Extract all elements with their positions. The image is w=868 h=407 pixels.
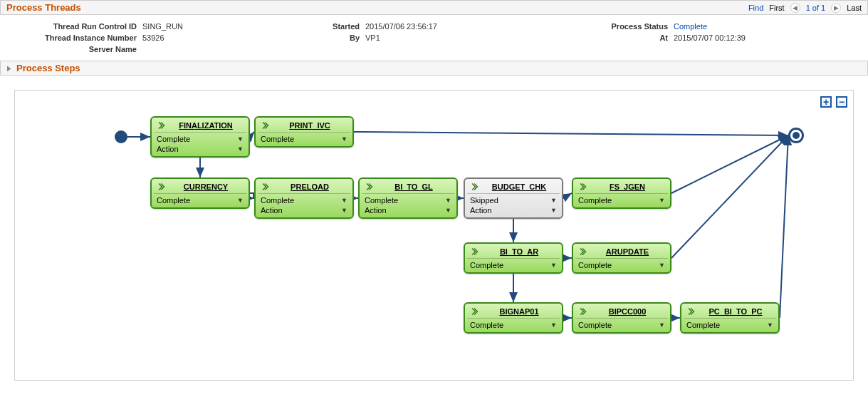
action-text: Action [470, 206, 492, 215]
steps-section-header: ▶ Process Steps [0, 61, 868, 76]
end-node [788, 128, 804, 143]
collapse-toggle-icon[interactable]: ▶ [7, 64, 11, 72]
process-node-bi_to_ar[interactable]: BI_TO_ARComplete▼ [464, 242, 563, 274]
status-caret-icon[interactable]: ▼ [445, 197, 451, 204]
steps-title: Process Steps [16, 63, 80, 73]
action-text: Action [261, 206, 283, 215]
process-node-arupdate[interactable]: ARUPDATEComplete▼ [572, 242, 671, 274]
process-icon [470, 307, 479, 316]
process-title[interactable]: ARUPDATE [590, 247, 665, 256]
process-node-currency[interactable]: CURRENCYComplete▼ [150, 177, 250, 209]
zoom-controls: + − [820, 96, 847, 108]
next-arrow-icon[interactable]: ▶ [831, 3, 841, 13]
status-caret-icon[interactable]: ▼ [341, 197, 347, 204]
thread-details: Thread Run Control ID SING_RUN Thread In… [0, 15, 868, 61]
process-node-budget_chk[interactable]: BUDGET_CHKSkipped▼Action▼ [464, 177, 563, 219]
action-caret-icon[interactable]: ▼ [341, 207, 347, 214]
process-icon [578, 307, 587, 316]
process-title[interactable]: BIPCC000 [590, 307, 665, 316]
process-title[interactable]: PRELOAD [272, 182, 347, 191]
process-title[interactable]: FINALIZATION [168, 121, 244, 130]
process-icon [261, 121, 269, 130]
svg-line-11 [354, 132, 788, 135]
process-status-value[interactable]: Complete [674, 22, 707, 31]
started-label: Started [294, 22, 365, 31]
status-caret-icon[interactable]: ▼ [659, 197, 665, 204]
action-caret-icon[interactable]: ▼ [445, 207, 451, 214]
process-icon [686, 307, 695, 316]
run-control-id-label: Thread Run Control ID [14, 22, 142, 31]
status-caret-icon[interactable]: ▼ [767, 321, 773, 329]
process-node-fs_jgen[interactable]: FS_JGENComplete▼ [572, 177, 671, 209]
status-caret-icon[interactable]: ▼ [341, 135, 347, 143]
process-node-print_ivc[interactable]: PRINT_IVCComplete▼ [254, 116, 354, 148]
server-name-label: Server Name [14, 45, 142, 53]
instance-number-value: 53926 [142, 34, 164, 42]
process-icon [470, 247, 479, 256]
zoom-out-button[interactable]: − [836, 96, 847, 108]
prev-arrow-icon[interactable]: ◀ [790, 3, 800, 13]
process-node-bignap01[interactable]: BIGNAP01Complete▼ [464, 302, 563, 334]
process-icon [578, 182, 587, 191]
process-title[interactable]: FS_JGEN [590, 182, 665, 191]
process-node-bipcc000[interactable]: BIPCC000Complete▼ [572, 302, 671, 334]
diagram-canvas: + − FINALIZATIONComplete▼Action▼PRINT_IV… [14, 90, 854, 381]
svg-line-5 [563, 193, 572, 198]
process-icon [578, 247, 587, 256]
status-text: Complete [470, 261, 503, 269]
page-counter: 1 of 1 [806, 4, 826, 12]
process-title[interactable]: PC_BI_TO_PC [698, 307, 773, 316]
status-text: Complete [261, 196, 294, 205]
status-caret-icon[interactable]: ▼ [550, 197, 557, 204]
status-text: Skipped [470, 196, 498, 205]
process-title[interactable]: BIGNAP01 [481, 307, 557, 316]
status-caret-icon[interactable]: ▼ [550, 321, 557, 329]
process-node-finalization[interactable]: FINALIZATIONComplete▼Action▼ [150, 116, 250, 158]
instance-number-label: Thread Instance Number [14, 34, 142, 42]
process-node-preload[interactable]: PRELOADComplete▼Action▼ [254, 177, 354, 219]
status-text: Complete [578, 321, 612, 329]
svg-line-14 [780, 135, 788, 318]
process-title[interactable]: PRINT_IVC [272, 121, 347, 130]
status-text: Complete [365, 196, 398, 205]
status-text: Complete [578, 196, 612, 205]
run-control-id-value: SING_RUN [142, 22, 183, 31]
start-node [115, 130, 127, 143]
threads-section-header: Process Threads Find First ◀ 1 of 1 ▶ La… [0, 0, 868, 15]
process-status-label: Process Status [574, 22, 674, 31]
process-icon [157, 121, 165, 130]
at-label: At [574, 34, 674, 42]
process-icon [261, 182, 269, 191]
status-caret-icon[interactable]: ▼ [237, 135, 244, 143]
process-icon [365, 182, 373, 191]
process-title[interactable]: BUDGET_CHK [481, 182, 557, 191]
action-caret-icon[interactable]: ▼ [550, 207, 557, 214]
at-value: 2015/07/07 00:12:39 [674, 34, 746, 42]
process-title[interactable]: CURRENCY [168, 182, 244, 191]
last-label: Last [847, 4, 862, 12]
find-link[interactable]: Find [748, 4, 763, 12]
status-caret-icon[interactable]: ▼ [550, 262, 557, 269]
status-caret-icon[interactable]: ▼ [659, 321, 665, 329]
status-text: Complete [261, 135, 294, 143]
nav-controls: Find First ◀ 1 of 1 ▶ Last [748, 3, 862, 13]
zoom-in-button[interactable]: + [820, 96, 832, 108]
action-caret-icon[interactable]: ▼ [237, 145, 244, 153]
action-text: Action [365, 206, 387, 215]
status-text: Complete [686, 321, 720, 329]
status-text: Complete [470, 321, 503, 329]
status-caret-icon[interactable]: ▼ [659, 262, 665, 269]
process-title[interactable]: BI_TO_GL [376, 182, 451, 191]
process-icon [157, 182, 165, 191]
threads-title: Process Threads [6, 2, 81, 13]
started-value: 2015/07/06 23:56:17 [365, 22, 437, 31]
first-label: First [769, 4, 784, 12]
status-text: Complete [157, 196, 190, 205]
status-text: Complete [578, 261, 612, 269]
process-node-pc_bi_to_pc[interactable]: PC_BI_TO_PCComplete▼ [680, 302, 780, 334]
by-value: VP1 [365, 34, 380, 42]
process-node-bi_to_gl[interactable]: BI_TO_GLComplete▼Action▼ [358, 177, 458, 219]
svg-line-12 [671, 135, 788, 193]
status-caret-icon[interactable]: ▼ [237, 197, 244, 204]
process-title[interactable]: BI_TO_AR [481, 247, 557, 256]
